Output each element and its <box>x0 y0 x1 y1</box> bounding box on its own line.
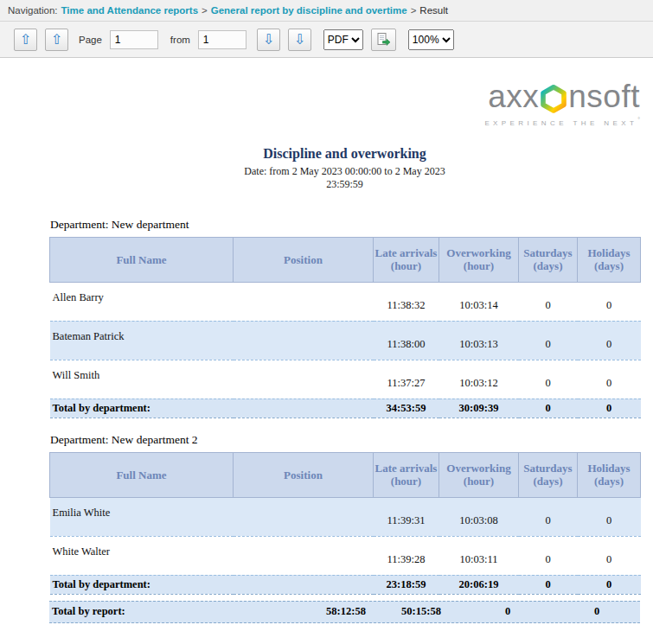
down-arrow-icon: ⇩ <box>294 33 305 47</box>
cell-position <box>234 360 374 399</box>
breadcrumb: Navigation: Time and Attendance reports … <box>0 0 653 22</box>
discipline-table-2: Full Name Position Late arrivals (hour) … <box>49 452 641 595</box>
breadcrumb-link-general-report[interactable]: General report by discipline and overtim… <box>211 5 407 16</box>
col-header-overworking: Overworking (hour) <box>439 452 519 497</box>
col-header-saturdays: Saturdays (days) <box>519 237 578 282</box>
report-content: Discipline and overworking Date: from 2 … <box>49 146 640 623</box>
department-total-row: Total by department: 34:53:59 30:09:39 0… <box>50 399 641 418</box>
table-header-row: Full Name Position Late arrivals (hour) … <box>50 237 641 282</box>
table-header-row: Full Name Position Late arrivals (hour) … <box>50 452 641 497</box>
report-date: Date: from 2 May 2023 00:00:00 to 2 May … <box>49 165 640 192</box>
cell-overworking: 10:03:13 <box>439 321 519 360</box>
table-row: White Walter 11:39:28 10:03:11 0 0 <box>50 536 641 575</box>
cell-overworking: 10:03:14 <box>439 282 519 321</box>
cell-holidays: 0 <box>578 536 641 575</box>
report-total-saturdays: 0 <box>447 605 568 618</box>
report-total-holidays: 0 <box>568 605 625 618</box>
cell-late-arrivals: 11:37:27 <box>374 360 439 399</box>
logo-text-right: nsoft <box>568 80 640 112</box>
cell-holidays: 0 <box>578 321 641 360</box>
breadcrumb-current: Result <box>419 5 448 16</box>
logo-tagline-mark: ° <box>637 117 640 123</box>
table-row: Emilia White 11:39:31 10:03:08 0 0 <box>50 497 641 536</box>
cell-full-name: White Walter <box>50 536 234 575</box>
breadcrumb-separator: > <box>411 5 417 16</box>
first-page-button[interactable]: ⇧ <box>14 29 37 51</box>
report-page: axx nsoft EXPERIENCE THE NEXT° Disciplin… <box>0 80 653 623</box>
cell-saturdays: 0 <box>519 497 578 536</box>
cell-saturdays: 0 <box>519 321 578 360</box>
cell-position <box>234 321 374 360</box>
export-button[interactable] <box>371 29 396 51</box>
total-saturdays: 0 <box>519 399 578 418</box>
axxonsoft-logo: axx nsoft EXPERIENCE THE NEXT° <box>0 80 653 127</box>
total-pages-input[interactable] <box>198 30 246 49</box>
report-total-row: Total by report: 58:12:58 50:15:58 0 0 <box>49 601 640 623</box>
col-header-overworking: Overworking (hour) <box>439 237 519 282</box>
cell-late-arrivals: 11:38:00 <box>374 321 439 360</box>
cell-full-name: Emilia White <box>50 497 234 536</box>
up-arrow-icon: ⇧ <box>20 33 31 47</box>
previous-page-button[interactable]: ⇧ <box>45 29 68 51</box>
total-overworking: 20:06:19 <box>439 575 519 594</box>
col-header-position: Position <box>234 237 374 282</box>
next-page-button[interactable]: ⇩ <box>257 29 280 51</box>
col-header-late-arrivals: Late arrivals (hour) <box>374 452 439 497</box>
breadcrumb-label: Navigation: <box>8 5 58 16</box>
cell-full-name: Allen Barry <box>50 282 234 321</box>
cell-full-name: Bateman Patrick <box>50 321 234 360</box>
department-total-row: Total by department: 23:18:59 20:06:19 0… <box>50 575 641 594</box>
cell-late-arrivals: 11:38:32 <box>374 282 439 321</box>
breadcrumb-separator: > <box>202 5 208 16</box>
last-page-button[interactable]: ⇩ <box>288 29 311 51</box>
up-arrow-icon: ⇧ <box>51 33 62 47</box>
department-heading-2: Department: New department 2 <box>50 433 640 447</box>
cell-saturdays: 0 <box>519 282 578 321</box>
cell-holidays: 0 <box>578 497 641 536</box>
page-input[interactable] <box>110 30 158 49</box>
cell-overworking: 10:03:11 <box>439 536 519 575</box>
cell-overworking: 10:03:08 <box>439 497 519 536</box>
report-date-line1: Date: from 2 May 2023 00:00:00 to 2 May … <box>49 165 640 179</box>
export-icon <box>376 32 391 47</box>
table-row: Bateman Patrick 11:38:00 10:03:13 0 0 <box>50 321 641 360</box>
toolbar: ⇧ ⇧ Page from ⇩ ⇩ PDF 100% <box>0 22 653 58</box>
total-saturdays: 0 <box>519 575 578 594</box>
col-header-saturdays: Saturdays (days) <box>519 452 578 497</box>
col-header-full-name: Full Name <box>50 237 234 282</box>
department-total-label: Total by department: <box>50 399 374 418</box>
cell-holidays: 0 <box>578 282 641 321</box>
cell-late-arrivals: 11:39:31 <box>374 497 439 536</box>
cell-saturdays: 0 <box>519 360 578 399</box>
total-holidays: 0 <box>578 575 641 594</box>
cell-position <box>234 536 374 575</box>
total-late-arrivals: 34:53:59 <box>374 399 439 418</box>
cell-full-name: Will Smith <box>50 360 234 399</box>
department-total-label: Total by department: <box>50 575 374 594</box>
report-total-late-arrivals: 58:12:58 <box>297 605 395 618</box>
report-date-line2: 23:59:59 <box>49 178 640 192</box>
format-select[interactable]: PDF <box>323 29 363 50</box>
cell-late-arrivals: 11:39:28 <box>374 536 439 575</box>
logo-text-left: axx <box>488 80 539 112</box>
cell-position <box>234 497 374 536</box>
logo-hexagon-icon <box>540 84 567 113</box>
table-row: Will Smith 11:37:27 10:03:12 0 0 <box>50 360 641 399</box>
report-total-overworking: 50:15:58 <box>395 605 447 618</box>
from-label: from <box>170 35 190 45</box>
col-header-position: Position <box>234 452 374 497</box>
col-header-full-name: Full Name <box>50 452 234 497</box>
cell-saturdays: 0 <box>519 536 578 575</box>
cell-position <box>234 282 374 321</box>
total-late-arrivals: 23:18:59 <box>374 575 439 594</box>
department-heading-1: Department: New department <box>50 218 640 232</box>
zoom-select[interactable]: 100% <box>408 29 454 50</box>
col-header-holidays: Holidays (days) <box>578 237 641 282</box>
page-label: Page <box>79 35 102 45</box>
breadcrumb-link-time-attendance-reports[interactable]: Time and Attendance reports <box>61 5 198 16</box>
cell-holidays: 0 <box>578 360 641 399</box>
down-arrow-icon: ⇩ <box>263 33 274 47</box>
total-overworking: 30:09:39 <box>439 399 519 418</box>
cell-overworking: 10:03:12 <box>439 360 519 399</box>
discipline-table-1: Full Name Position Late arrivals (hour) … <box>49 237 641 418</box>
